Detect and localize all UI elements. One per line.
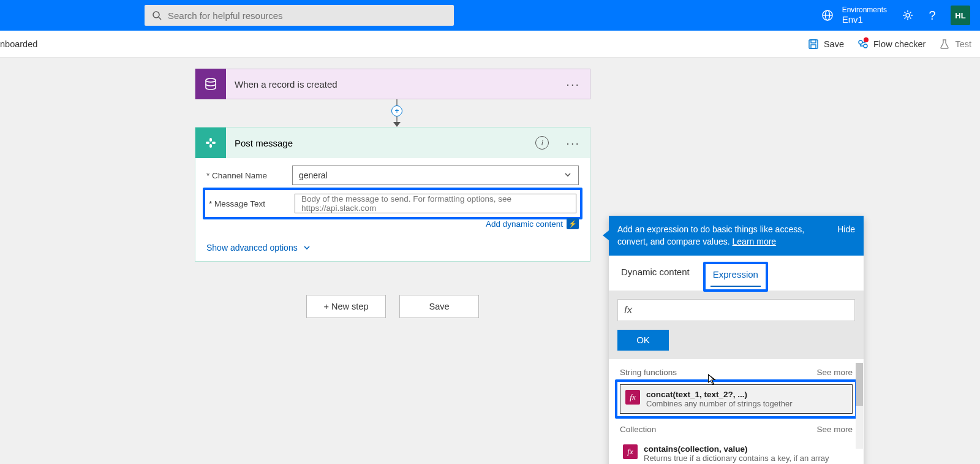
svg-point-11 <box>206 78 216 82</box>
flow-checker-button[interactable]: Flow checker <box>858 39 925 50</box>
svg-rect-14 <box>209 138 212 142</box>
function-list: String functions See more fx concat(text… <box>609 359 864 464</box>
help-icon[interactable]: ? <box>926 9 938 21</box>
svg-point-5 <box>906 13 910 17</box>
channel-value: general <box>299 170 328 180</box>
trigger-card[interactable]: When a record is created ··· <box>195 69 590 99</box>
panel-pointer-icon <box>603 230 609 240</box>
learn-more-link[interactable]: Learn more <box>733 237 777 246</box>
message-row: * Message Text Body of the message to se… <box>209 194 576 213</box>
environment-block[interactable]: Environments Env1 <box>842 6 887 25</box>
fx-badge-icon: fx <box>625 390 640 405</box>
environment-icon[interactable] <box>821 9 834 21</box>
section-collection: Collection See more <box>617 422 855 439</box>
save-button[interactable]: Save <box>808 39 844 50</box>
alert-dot-icon <box>864 37 869 42</box>
expression-input[interactable]: fx <box>617 299 855 321</box>
flow-canvas: When a record is created ··· + Post mess… <box>0 58 980 464</box>
svg-point-0 <box>153 12 159 18</box>
svg-rect-13 <box>212 142 216 144</box>
action-title: Post message <box>226 138 535 148</box>
see-more-link[interactable]: See more <box>816 425 853 434</box>
hide-link[interactable]: Hide <box>837 223 855 235</box>
see-more-link[interactable]: See more <box>816 368 853 377</box>
svg-point-10 <box>864 44 867 48</box>
function-desc: Combines any number of strings together <box>646 399 792 408</box>
test-label: Test <box>955 39 971 49</box>
search-icon <box>152 10 162 20</box>
panel-header: Add an expression to do basic things lik… <box>609 216 864 256</box>
function-contains[interactable]: fx contains(collection, value) Returns t… <box>617 439 855 464</box>
database-icon <box>195 69 226 99</box>
fx-badge-icon: fx <box>623 444 638 459</box>
new-step-button[interactable]: + New step <box>306 295 386 318</box>
add-dynamic-label: Add dynamic content <box>486 219 563 229</box>
channel-row: * Channel Name general <box>206 165 579 185</box>
slack-icon <box>195 127 226 158</box>
info-icon[interactable]: i <box>535 136 549 150</box>
svg-line-1 <box>159 17 161 20</box>
function-desc: Returns true if a dictionary contains a … <box>644 454 850 464</box>
tab-expression[interactable]: Expression <box>710 265 761 287</box>
panel-help-text: Add an expression to do basic things lik… <box>617 223 829 248</box>
svg-point-9 <box>859 40 862 44</box>
action-card: Post message i ··· * Channel Name genera… <box>195 127 590 262</box>
tab-dynamic-content[interactable]: Dynamic content <box>619 263 692 291</box>
function-title: concat(text_1, text_2?, ...) <box>646 390 792 399</box>
expression-area: fx OK <box>609 291 864 359</box>
environment-label: Environments <box>842 6 887 14</box>
flow-checker-label: Flow checker <box>873 39 925 49</box>
scrollbar-thumb[interactable] <box>856 363 863 406</box>
trigger-menu-icon[interactable]: ··· <box>556 77 590 91</box>
dynamic-content-panel: Add an expression to do basic things lik… <box>609 216 864 464</box>
save-label: Save <box>824 39 844 49</box>
environment-name: Env1 <box>842 14 887 25</box>
concat-highlight: fx concat(text_1, text_2?, ...) Combines… <box>615 379 858 419</box>
add-step-icon[interactable]: + <box>391 105 402 116</box>
save-flow-button[interactable]: Save <box>399 295 479 318</box>
show-advanced-link[interactable]: Show advanced options <box>206 243 579 253</box>
channel-select[interactable]: general <box>292 165 579 185</box>
cursor-icon <box>708 374 718 386</box>
function-title: contains(collection, value) <box>644 444 850 454</box>
fx-icon: fx <box>624 304 632 316</box>
svg-rect-7 <box>811 40 816 43</box>
add-dynamic-content-link[interactable]: Add dynamic content ⚡ <box>206 218 579 229</box>
message-label: * Message Text <box>209 199 295 208</box>
search-box[interactable] <box>145 5 454 26</box>
ok-button[interactable]: OK <box>617 330 669 351</box>
svg-rect-15 <box>209 144 212 148</box>
chevron-down-icon <box>564 170 572 181</box>
svg-rect-8 <box>811 45 816 48</box>
section-title: String functions <box>620 368 677 377</box>
message-highlight: * Message Text Body of the message to se… <box>203 188 582 219</box>
dynamic-badge-icon: ⚡ <box>567 218 579 229</box>
action-header[interactable]: Post message i ··· <box>195 127 590 158</box>
function-concat[interactable]: fx concat(text_1, text_2?, ...) Combines… <box>620 384 853 414</box>
svg-rect-6 <box>809 40 818 48</box>
show-advanced-label: Show advanced options <box>206 243 298 253</box>
avatar[interactable]: HL <box>951 6 970 25</box>
footer-buttons: + New step Save <box>306 295 479 318</box>
panel-tabs: Dynamic content Expression <box>609 256 864 291</box>
expression-tab-highlight: Expression <box>703 262 768 292</box>
channel-label: * Channel Name <box>206 171 292 180</box>
arrow-down-icon <box>393 122 401 127</box>
command-bar: nboarded Save Flow checker Test <box>0 31 980 58</box>
action-menu-icon[interactable]: ··· <box>556 136 590 150</box>
chevron-down-icon <box>303 243 311 252</box>
top-bar: Environments Env1 ? HL <box>0 0 980 31</box>
section-title: Collection <box>620 425 656 434</box>
svg-rect-12 <box>206 142 209 144</box>
flow-connector: + <box>391 99 403 127</box>
gear-icon[interactable] <box>902 9 914 21</box>
trigger-title: When a record is created <box>226 79 556 89</box>
search-input[interactable] <box>168 10 447 21</box>
test-button[interactable]: Test <box>939 39 971 50</box>
breadcrumb-fragment: nboarded <box>0 39 37 49</box>
message-input[interactable]: Body of the message to send. For formatt… <box>295 194 576 213</box>
